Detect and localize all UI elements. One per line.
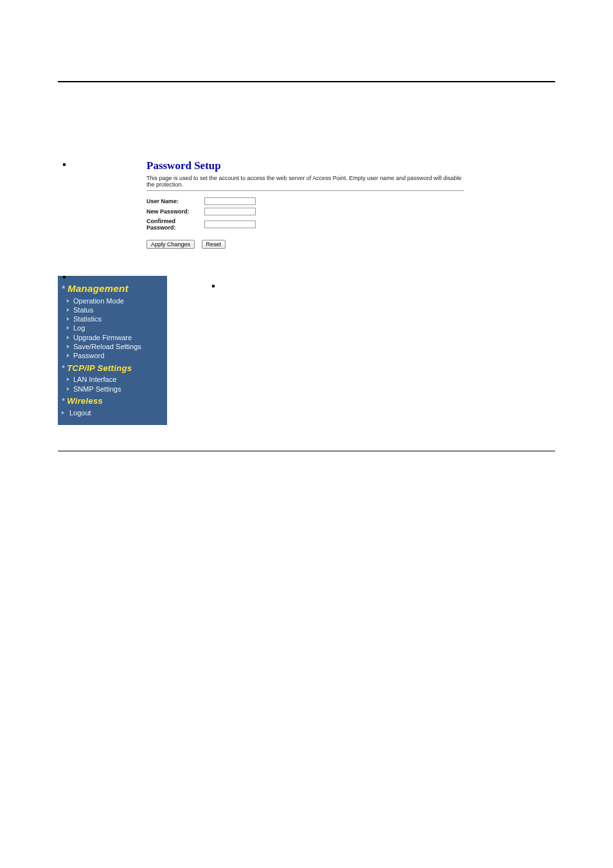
- input-new-password[interactable]: [204, 208, 256, 215]
- input-username[interactable]: [204, 197, 256, 205]
- sidebar-item-save-reload-settings[interactable]: Save/Reload Settings: [62, 342, 167, 351]
- sidebar-item-password[interactable]: Password: [62, 351, 167, 360]
- sidebar-section-wireless: *Wireless: [62, 396, 167, 407]
- reset-button[interactable]: Reset: [202, 240, 226, 249]
- password-setup-panel: Password Setup This page is used to set …: [141, 159, 555, 254]
- sidebar-item-statistics[interactable]: Statistics: [62, 314, 167, 323]
- sidebar-section-management: *Management: [62, 282, 167, 295]
- label-new-password: New Password:: [147, 208, 204, 215]
- sidebar-item-log[interactable]: Log: [62, 323, 167, 332]
- password-setup-title: Password Setup: [147, 159, 464, 172]
- label-confirm-password: Confirmed Password:: [147, 218, 204, 231]
- sidebar-item-snmp-settings[interactable]: SNMP Settings: [62, 384, 167, 393]
- sidebar-logout[interactable]: Logout: [62, 408, 167, 417]
- right-bullet-marker: [212, 285, 218, 291]
- label-username: User Name:: [147, 198, 204, 204]
- sidebar-item-status[interactable]: Status: [62, 305, 167, 314]
- password-setup-desc: This page is used to set the account to …: [147, 175, 464, 191]
- apply-changes-button[interactable]: Apply Changes: [147, 240, 195, 249]
- input-confirm-password[interactable]: [204, 221, 256, 228]
- sidebar-item-upgrade-firmware[interactable]: Upgrade Firmware: [62, 333, 167, 342]
- nav-sidebar: *Management Operation Mode Status Statis…: [58, 276, 167, 425]
- bottom-rule: [58, 451, 555, 451]
- sidebar-item-lan-interface[interactable]: LAN Interface: [62, 375, 167, 384]
- sidebar-section-tcpip: *TCP/IP Settings: [62, 363, 167, 374]
- top-rule: [58, 81, 555, 82]
- sidebar-item-operation-mode[interactable]: Operation Mode: [62, 296, 167, 305]
